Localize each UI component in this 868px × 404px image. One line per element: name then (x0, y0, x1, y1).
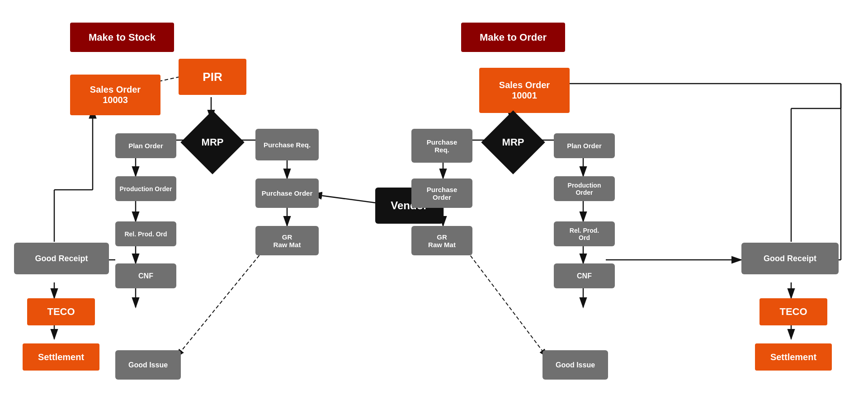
make-to-order-label: Make to Order (461, 23, 565, 52)
svg-line-19 (312, 194, 380, 203)
left-settlement: Settlement (23, 343, 99, 371)
right-rel-prod-ord: Rel. Prod. Ord (554, 221, 615, 246)
left-pir: PIR (179, 59, 246, 95)
left-purchase-req: Purchase Req. (255, 129, 319, 160)
left-teco: TECO (27, 298, 95, 325)
left-sales-order: Sales Order 10003 (70, 75, 160, 115)
right-gr-raw-mat: GR Raw Mat (411, 226, 472, 255)
svg-line-11 (176, 246, 267, 357)
left-good-issue: Good Issue (115, 350, 181, 380)
left-production-order: Production Order (115, 176, 176, 201)
right-mrp-label: MRP (502, 136, 524, 148)
right-purchase-order: Purchase Order (411, 179, 472, 208)
left-rel-prod-ord: Rel. Prod. Ord (115, 221, 176, 246)
right-good-receipt: Good Receipt (741, 243, 839, 274)
right-plan-order: Plan Order (554, 133, 615, 158)
right-purchase-req: Purchase Req. (411, 129, 472, 163)
left-cnf: CNF (115, 263, 176, 288)
left-purchase-order: Purchase Order (255, 179, 319, 208)
right-mrp-container: MRP (491, 120, 536, 165)
right-cnf: CNF (554, 263, 615, 288)
svg-line-26 (463, 246, 547, 357)
right-teco: TECO (760, 298, 827, 325)
make-to-stock-label: Make to Stock (70, 23, 174, 52)
left-mrp-label: MRP (202, 136, 224, 148)
diagram: Make to Stock Sales Order 10003 PIR MRP … (0, 0, 868, 404)
left-gr-raw-mat: GR Raw Mat (255, 226, 319, 255)
left-good-receipt: Good Receipt (14, 243, 109, 274)
right-production-order: Production Order (554, 176, 615, 201)
right-good-issue: Good Issue (542, 350, 608, 380)
right-sales-order: Sales Order 10001 (479, 68, 570, 113)
left-plan-order: Plan Order (115, 133, 176, 158)
right-settlement: Settlement (755, 343, 832, 371)
left-mrp-container: MRP (190, 120, 235, 165)
